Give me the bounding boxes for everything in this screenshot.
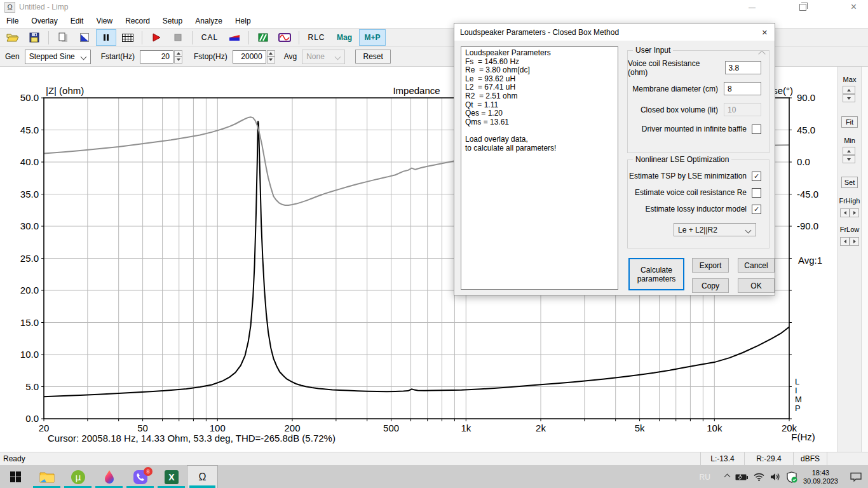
taskbar-file-explorer[interactable]	[31, 465, 62, 488]
step-up-icon[interactable]	[843, 86, 855, 94]
volume-icon[interactable]	[770, 473, 780, 481]
open-button[interactable]	[3, 29, 23, 46]
membrane-diameter-input[interactable]: 8	[724, 82, 761, 95]
step-right-icon[interactable]	[850, 237, 859, 246]
x-axis-tick-label: 20	[39, 423, 50, 433]
save-button[interactable]	[24, 29, 44, 46]
close-button[interactable]: ×	[839, 0, 868, 14]
parameters-text[interactable]: Loudspeaker Parameters Fs = 145.60 Hz Re…	[461, 46, 618, 290]
step-left-icon[interactable]	[840, 237, 850, 246]
fit-button[interactable]: Fit	[841, 116, 858, 128]
action-center-icon[interactable]	[850, 472, 862, 482]
group-legend: User Input	[633, 46, 673, 55]
frlow-stepper[interactable]	[840, 237, 859, 246]
phase-axis-tick-label: 45.0	[797, 125, 815, 135]
y-axis-tick-label: 30.0	[20, 220, 39, 231]
fstop-stepper[interactable]	[267, 50, 275, 64]
minimize-button[interactable]: —	[738, 0, 766, 14]
dialog-title-bar[interactable]: Loudspeaker Parameters - Closed Box Meth…	[454, 24, 775, 41]
x-axis-tick-label: 50	[137, 423, 148, 433]
new-document-button[interactable]	[53, 29, 73, 46]
battery-icon[interactable]	[735, 473, 748, 481]
status-bar: Ready L:-13.4 R:-29.4 dBFS	[0, 452, 868, 465]
step-down-icon[interactable]	[843, 155, 855, 163]
reset-button[interactable]: Reset	[355, 50, 391, 64]
taskbar-clock[interactable]: 18:43 30.09.2023	[803, 469, 838, 485]
step-down-icon[interactable]	[843, 94, 855, 102]
file-explorer-icon	[39, 471, 55, 484]
avg-annotation: Avg:1	[798, 255, 822, 266]
menu-view[interactable]: View	[90, 14, 119, 28]
stop-button[interactable]	[168, 29, 188, 46]
rlc-button[interactable]: RLC	[303, 29, 330, 46]
voice-coil-resistance-input[interactable]: 3.8	[725, 61, 761, 74]
copy-button[interactable]: Copy	[692, 278, 729, 293]
step-up-icon[interactable]	[843, 147, 855, 155]
calibrate-button[interactable]: CAL	[196, 29, 223, 46]
taskbar-utorrent[interactable]: µ	[62, 465, 93, 488]
step-down-icon[interactable]	[174, 57, 182, 64]
inductor-model-combo[interactable]: Le + L2||R2	[674, 223, 756, 236]
restore-button[interactable]	[789, 0, 817, 14]
open-folder-icon	[6, 32, 19, 43]
language-indicator[interactable]: RU	[700, 473, 710, 482]
taskbar-excel[interactable]: X	[156, 465, 187, 488]
security-shield-icon[interactable]	[786, 471, 797, 483]
taskbar-color-drop-app[interactable]	[93, 465, 125, 488]
generator-type-value: Stepped Sine	[29, 52, 75, 61]
generator-type-combo[interactable]: Stepped Sine	[25, 50, 91, 64]
phase-axis-tick-label: 90.0	[797, 92, 815, 103]
step-down-icon[interactable]	[267, 57, 275, 64]
menu-file[interactable]: File	[0, 14, 25, 28]
tray-expand-icon[interactable]	[724, 474, 730, 480]
start-button[interactable]	[0, 465, 31, 488]
min-stepper[interactable]	[843, 147, 855, 163]
max-stepper[interactable]	[843, 86, 855, 102]
windows-logo-icon	[10, 471, 21, 482]
menu-setup[interactable]: Setup	[156, 14, 189, 28]
dialog-close-button[interactable]: ×	[749, 24, 775, 41]
table-view-button[interactable]	[118, 29, 138, 46]
step-up-icon[interactable]	[174, 50, 182, 57]
menu-help[interactable]: Help	[229, 14, 257, 28]
generator-scope-button[interactable]	[275, 29, 295, 46]
fstop-input[interactable]: 20000	[233, 50, 266, 64]
pause-button[interactable]	[96, 29, 116, 46]
menu-overlay[interactable]: Overlay	[25, 14, 64, 28]
export-button[interactable]: Export	[692, 258, 729, 273]
ok-button[interactable]: OK	[738, 278, 775, 293]
y-axis-tick-label: 40.0	[20, 156, 39, 167]
magnitude-phase-view-button[interactable]: M+P	[359, 29, 386, 46]
step-right-icon[interactable]	[850, 208, 859, 217]
magnitude-view-button[interactable]: Mag	[331, 29, 358, 46]
wifi-icon[interactable]	[754, 473, 764, 481]
fstart-stepper[interactable]	[174, 50, 182, 64]
taskbar-limp-active[interactable]: Ω	[187, 465, 218, 488]
calculate-parameters-button[interactable]: Calculate parameters	[628, 258, 684, 290]
record-button[interactable]	[146, 29, 166, 46]
step-up-icon[interactable]	[267, 50, 275, 57]
menu-analyze[interactable]: Analyze	[189, 14, 229, 28]
calibration-levels-button[interactable]	[224, 29, 245, 46]
overlay-curves-button[interactable]	[253, 29, 273, 46]
y-axis-tick-label: 0.0	[25, 413, 39, 424]
estimate-tsp-checkbox[interactable]: ✓	[752, 172, 761, 181]
toolbar-separator	[299, 31, 299, 44]
set-button[interactable]: Set	[841, 177, 858, 188]
taskbar-viber[interactable]: 8	[125, 465, 156, 488]
estimate-lossy-inductor-checkbox[interactable]: ✓	[752, 205, 761, 214]
y-axis-tick-label: 20.0	[20, 285, 39, 295]
step-left-icon[interactable]	[840, 208, 850, 217]
cancel-button[interactable]: Cancel	[738, 258, 775, 273]
infinite-baffle-checkbox[interactable]	[752, 125, 761, 134]
menu-record[interactable]: Record	[119, 14, 156, 28]
fstart-input[interactable]: 20	[140, 50, 173, 64]
menu-edit[interactable]: Edit	[64, 14, 90, 28]
excel-icon: X	[164, 470, 179, 485]
frhigh-stepper[interactable]	[840, 208, 859, 217]
stop-icon	[174, 34, 182, 41]
overlay-button[interactable]	[74, 29, 95, 46]
system-tray: RU 18:43 30.09.2023	[700, 465, 868, 488]
estimate-re-checkbox[interactable]	[752, 188, 761, 198]
running-indicator	[189, 485, 215, 488]
